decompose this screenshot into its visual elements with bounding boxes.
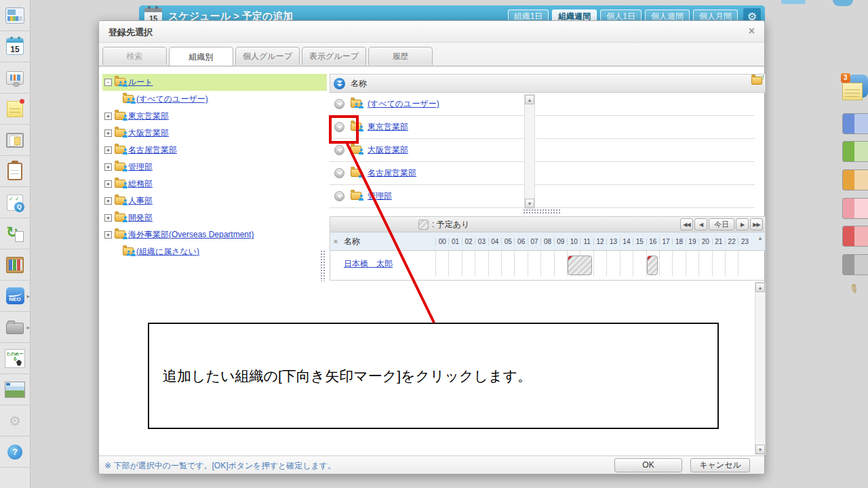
scroll-up-icon[interactable]: ▲ bbox=[525, 95, 534, 104]
add-down-arrow-button[interactable] bbox=[334, 191, 344, 201]
expand-icon[interactable]: + bbox=[104, 180, 112, 188]
sidebar-item-memo[interactable] bbox=[0, 94, 30, 125]
expand-icon[interactable]: + bbox=[104, 146, 112, 154]
orange-tab[interactable] bbox=[842, 169, 868, 190]
sidebar-item-workflow[interactable] bbox=[0, 187, 30, 218]
sidebar-item-report[interactable] bbox=[0, 156, 30, 187]
list-org-link[interactable]: 名古屋営業部 bbox=[368, 167, 416, 179]
hour-cell[interactable] bbox=[698, 251, 711, 277]
tree-org-link[interactable]: 管理部 bbox=[128, 161, 153, 173]
date-nav-button[interactable]: ▶▶ bbox=[750, 218, 763, 230]
blue-tab[interactable] bbox=[842, 113, 868, 134]
sidebar-item-schedule[interactable]: 15 bbox=[0, 31, 30, 62]
sidebar-item-tanomail[interactable]: たのめーる bbox=[0, 343, 30, 374]
sidebar-item-cabinet[interactable] bbox=[0, 249, 30, 281]
add-down-arrow-button[interactable] bbox=[334, 145, 344, 155]
expand-icon[interactable]: + bbox=[104, 231, 112, 239]
hour-cell[interactable] bbox=[606, 251, 619, 277]
horizontal-resize-handle[interactable] bbox=[523, 209, 561, 214]
add-all-down-icon[interactable] bbox=[334, 78, 345, 89]
tree-org-link[interactable]: 名古屋営業部 bbox=[128, 144, 177, 156]
today-button[interactable]: 今日 bbox=[709, 218, 734, 230]
expand-icon[interactable]: + bbox=[104, 214, 112, 222]
tree-org-link[interactable]: (すべてのユーザー) bbox=[136, 94, 208, 105]
date-nav-button[interactable]: ▶ bbox=[736, 218, 749, 230]
pencil-icon[interactable]: ✎ bbox=[846, 281, 862, 298]
hour-cell[interactable] bbox=[672, 251, 685, 277]
tree-org-link[interactable]: ルート bbox=[128, 77, 153, 88]
list-org-link[interactable]: 管理部 bbox=[368, 190, 392, 202]
list-org-link[interactable]: (すべてのユーザー) bbox=[368, 98, 439, 110]
selected-area-scrollbar[interactable]: ▲ ▼ bbox=[755, 282, 766, 455]
close-icon[interactable]: × bbox=[749, 25, 755, 37]
cancel-button[interactable]: キャンセル bbox=[690, 458, 750, 472]
tab-表示グループ[interactable]: 表示グループ bbox=[302, 47, 366, 65]
tree-org-link[interactable]: 大阪営業部 bbox=[128, 127, 169, 139]
hour-cell[interactable] bbox=[462, 251, 475, 277]
hour-cell[interactable] bbox=[712, 251, 725, 277]
tree-org-link[interactable]: 開発部 bbox=[128, 212, 153, 224]
date-nav-button[interactable]: ◀ bbox=[694, 218, 707, 230]
availability-scroll-up-icon[interactable]: ▲ bbox=[757, 235, 763, 241]
grey-tab[interactable] bbox=[842, 254, 868, 275]
green-tab[interactable] bbox=[842, 141, 868, 162]
folder-up-icon[interactable] bbox=[751, 77, 762, 85]
tab-組織別[interactable]: 組織別 bbox=[169, 47, 233, 66]
add-down-arrow-button[interactable] bbox=[334, 122, 344, 132]
red-tab[interactable] bbox=[842, 226, 868, 247]
add-down-arrow-button[interactable] bbox=[334, 99, 344, 109]
sidebar-item-settings[interactable] bbox=[0, 405, 30, 436]
hour-cell[interactable] bbox=[633, 251, 646, 277]
hour-cell[interactable] bbox=[659, 251, 672, 277]
sidebar-item-neo[interactable]: NEO▸ bbox=[0, 281, 30, 312]
hour-cell[interactable] bbox=[738, 251, 751, 277]
sidebar-item-facility[interactable] bbox=[0, 62, 30, 94]
hour-cell[interactable] bbox=[725, 251, 738, 277]
busy-block[interactable] bbox=[568, 256, 592, 275]
tree-org-link[interactable]: (組織に属さない) bbox=[136, 246, 199, 258]
tree-org-link[interactable]: 人事部 bbox=[128, 195, 153, 207]
pink-tab[interactable] bbox=[842, 198, 868, 219]
hour-cell[interactable] bbox=[540, 251, 553, 277]
hour-cell[interactable] bbox=[448, 251, 461, 277]
expand-icon[interactable]: + bbox=[104, 129, 112, 137]
expand-icon[interactable]: + bbox=[104, 197, 112, 205]
sidebar-item-circulation[interactable] bbox=[0, 218, 30, 249]
date-nav-button[interactable]: ◀◀ bbox=[680, 218, 693, 230]
user-link[interactable]: 日本橋 太郎 bbox=[344, 259, 393, 268]
ok-button[interactable]: OK bbox=[614, 458, 682, 472]
hour-cell[interactable] bbox=[435, 251, 448, 277]
collapse-icon[interactable]: - bbox=[104, 79, 112, 86]
scroll-down-icon[interactable]: ▼ bbox=[755, 445, 765, 454]
tab-履歴[interactable]: 履歴 bbox=[368, 47, 433, 65]
hour-cell[interactable] bbox=[528, 251, 540, 277]
sidebar-item-portal[interactable] bbox=[0, 0, 30, 31]
scroll-down-icon[interactable]: ▼ bbox=[525, 199, 534, 208]
hour-cell[interactable] bbox=[554, 251, 567, 277]
clear-row-icon[interactable]: × bbox=[330, 237, 341, 245]
sidebar-item-photo[interactable] bbox=[0, 374, 30, 405]
hour-cell[interactable] bbox=[475, 251, 488, 277]
tree-org-link[interactable]: 総務部 bbox=[128, 178, 153, 190]
tab-個人グループ[interactable]: 個人グループ bbox=[235, 47, 300, 65]
busy-block[interactable] bbox=[647, 256, 658, 275]
sticky-notes-icon[interactable]: 3 bbox=[841, 73, 868, 106]
vertical-resize-handle[interactable] bbox=[320, 250, 326, 281]
list-org-link[interactable]: 東京営業部 bbox=[368, 121, 408, 133]
tree-org-link[interactable]: 海外事業部(Overseas Department) bbox=[128, 229, 254, 241]
sidebar-item-folder[interactable]: ▸ bbox=[0, 312, 30, 343]
hour-cell[interactable] bbox=[686, 251, 698, 277]
hour-cell[interactable] bbox=[620, 251, 633, 277]
sidebar-item-bulletin[interactable] bbox=[0, 125, 30, 156]
tab-検索[interactable]: 検索 bbox=[102, 47, 167, 65]
hour-cell[interactable] bbox=[593, 251, 606, 277]
add-down-arrow-button[interactable] bbox=[334, 168, 344, 178]
sidebar-item-help[interactable]: ? bbox=[0, 436, 30, 468]
hour-cell[interactable] bbox=[488, 251, 501, 277]
expand-icon[interactable]: + bbox=[104, 113, 112, 120]
list-org-link[interactable]: 大阪営業部 bbox=[368, 144, 408, 156]
expand-icon[interactable]: + bbox=[104, 163, 112, 171]
hour-cell[interactable] bbox=[514, 251, 527, 277]
scroll-up-icon[interactable]: ▲ bbox=[755, 283, 765, 292]
list-scrollbar[interactable]: ▲ ▼ bbox=[524, 94, 535, 209]
